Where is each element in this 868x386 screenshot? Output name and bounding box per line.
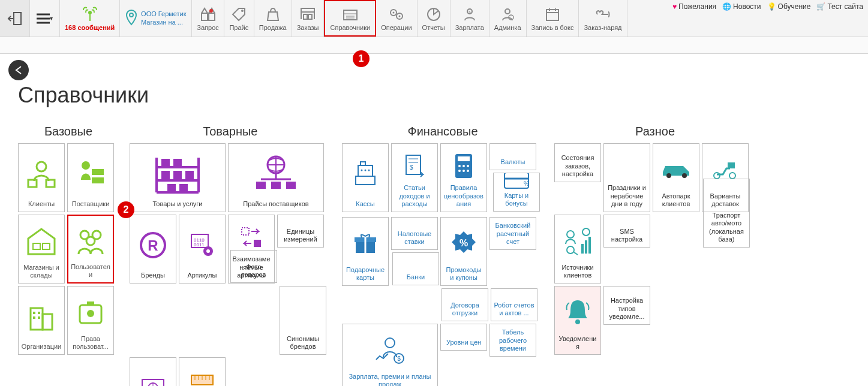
- barcode-gear-icon: 01100011: [182, 219, 223, 272]
- tile-notifications[interactable]: Уведомления: [554, 286, 601, 355]
- svg-rect-126: [588, 237, 591, 254]
- toolbar-label: Админка: [494, 24, 521, 31]
- svg-rect-88: [356, 176, 375, 185]
- toolbar-label: Зарплата: [455, 24, 484, 31]
- svg-point-128: [575, 319, 580, 324]
- pie-chart-icon: [427, 6, 441, 23]
- toolbar-zapros[interactable]: Запрос: [192, 0, 224, 37]
- svg-rect-0: [14, 13, 21, 25]
- learn-link[interactable]: 💡Обучение: [767, 2, 811, 11]
- wishes-link[interactable]: ♥Пожелания: [672, 2, 716, 11]
- tile-pricing-rules[interactable]: Правила ценообразования: [440, 143, 487, 212]
- shelves-icon: [133, 147, 223, 200]
- svg-point-127: [582, 228, 590, 236]
- tile-articles[interactable]: 01100011 Артикулы: [179, 215, 226, 284]
- svg-point-33: [37, 162, 46, 171]
- tile-orgs[interactable]: Организации: [18, 286, 65, 355]
- tile-income-expense[interactable]: $ Статьи доходов и расходы: [391, 143, 438, 212]
- tile-brands[interactable]: R Бренды: [130, 215, 176, 284]
- percent-badge-icon: %: [443, 221, 484, 266]
- tile-units[interactable]: Единицы измерений: [277, 215, 324, 248]
- tile-users[interactable]: Пользователи: [67, 215, 114, 284]
- toolbar-reports[interactable]: Отчеты: [418, 0, 450, 37]
- toolbar-booking[interactable]: Запись в бокс: [527, 0, 579, 37]
- group-fin: Финансовые Кассы $ Статьи доходов и расх…: [342, 125, 543, 386]
- messages-button[interactable]: 168 сообщений: [60, 0, 120, 37]
- svg-rect-34: [28, 180, 37, 187]
- orders-icon: [300, 6, 316, 23]
- test-link[interactable]: 🛒Тест сайта: [816, 2, 863, 11]
- svg-point-113: [385, 338, 395, 348]
- tile-notif-types[interactable]: Настройка типов уведомле...: [603, 286, 650, 325]
- org-selector[interactable]: ООО Герметик Магазин на ...: [120, 0, 192, 37]
- toolbar-price[interactable]: Прайс: [224, 0, 254, 37]
- tile-transport[interactable]: Траспорт авто/мото (локальная база): [703, 179, 750, 248]
- tile-goods-services[interactable]: Товары и услуги: [130, 143, 226, 212]
- tile-invoice-robot[interactable]: Робот счетов и актов ...: [491, 288, 537, 321]
- toolbar-label: Запрос: [197, 24, 218, 31]
- toolbar-ops[interactable]: Операции: [376, 0, 417, 37]
- tile-countries[interactable]: Страны: [130, 357, 176, 386]
- tile-rights[interactable]: Права пользоват...: [67, 286, 114, 355]
- svg-text:%: %: [524, 180, 529, 187]
- tile-currencies[interactable]: Валюты: [489, 143, 536, 170]
- toolbar-sale[interactable]: Продажа: [254, 0, 292, 37]
- bell-icon: [557, 290, 598, 335]
- tile-price-levels[interactable]: Уровни цен: [440, 324, 487, 351]
- toolbar-refs[interactable]: Справочники: [324, 0, 376, 37]
- doc-money-icon: $: [394, 147, 435, 184]
- svg-point-22: [392, 11, 394, 13]
- svg-rect-49: [38, 316, 40, 319]
- svg-rect-58: [161, 159, 170, 166]
- svg-rect-11: [301, 8, 314, 12]
- tile-photos[interactable]: Фото товаров: [230, 250, 277, 283]
- toolbar-orders[interactable]: Заказы: [292, 0, 325, 37]
- news-link[interactable]: 🌐Новости: [722, 2, 761, 11]
- tile-promo[interactable]: % Промокоды и купоны: [440, 217, 487, 286]
- admin-icon: [500, 6, 515, 23]
- tile-bank-account[interactable]: Банковский расчетный счет: [489, 217, 536, 250]
- tile-autopark[interactable]: Автопарк клиентов: [653, 143, 699, 212]
- network-icon: [231, 147, 321, 200]
- svg-point-101: [462, 165, 465, 167]
- tag-icon: [232, 6, 246, 23]
- tile-shipment-contracts[interactable]: Договора отгрузки: [441, 288, 488, 321]
- svg-rect-15: [308, 14, 312, 19]
- svg-text:0011: 0011: [194, 242, 205, 248]
- tile-timesheet[interactable]: Табель рабочего времени: [489, 324, 536, 357]
- toolbar-label: Запись в бокс: [531, 24, 574, 31]
- tile-brand-synonyms[interactable]: Синонимы брендов: [280, 286, 326, 355]
- menu-button[interactable]: ▾: [30, 0, 60, 37]
- antenna-icon: [81, 6, 99, 23]
- svg-point-103: [458, 170, 461, 172]
- tile-holidays[interactable]: Праздники и нерабочие дни в году: [603, 143, 650, 212]
- svg-rect-46: [33, 312, 35, 314]
- tile-suppliers[interactable]: Поставщики: [67, 143, 114, 212]
- tile-order-states[interactable]: Состояния заказов, настройка: [554, 143, 601, 182]
- tile-client-sources[interactable]: Источники клиентов: [554, 215, 601, 284]
- toolbar-salary[interactable]: $ Зарплата: [450, 0, 489, 37]
- tile-cashboxes[interactable]: Кассы: [342, 143, 389, 212]
- exit-button[interactable]: [0, 0, 30, 37]
- location-pin-icon: [125, 9, 137, 28]
- tile-tax-rates[interactable]: Налоговые ставки: [391, 217, 438, 250]
- toolbar-admin[interactable]: Админка: [489, 0, 527, 37]
- svg-point-10: [241, 10, 244, 12]
- svg-text:$: $: [397, 355, 401, 362]
- tile-clients[interactable]: Клиенты: [18, 143, 65, 212]
- tile-banks[interactable]: Банки: [392, 252, 439, 285]
- tile-properties[interactable]: Перечень свойств для товаров: [179, 357, 226, 386]
- svg-point-9: [209, 9, 213, 13]
- tile-stores[interactable]: Магазины и склады: [18, 215, 65, 284]
- tile-cards-bonuses[interactable]: % Карты и бонусы: [493, 173, 540, 212]
- tile-gift-cards[interactable]: Подарочные карты: [342, 217, 389, 286]
- building-icon: [21, 290, 62, 343]
- tile-supplier-prices[interactable]: Прайсы поставщиков: [228, 143, 324, 212]
- back-button[interactable]: [8, 60, 29, 80]
- svg-rect-37: [92, 169, 104, 175]
- svg-point-51: [87, 310, 94, 317]
- tile-salary-premiums[interactable]: $ Зарплата, премии и планы продаж: [342, 324, 438, 386]
- toolbar-workorder[interactable]: Заказ-наряд: [579, 0, 627, 37]
- tile-sms[interactable]: SMS настройка: [603, 215, 650, 248]
- salary-plan-icon: $: [345, 328, 435, 373]
